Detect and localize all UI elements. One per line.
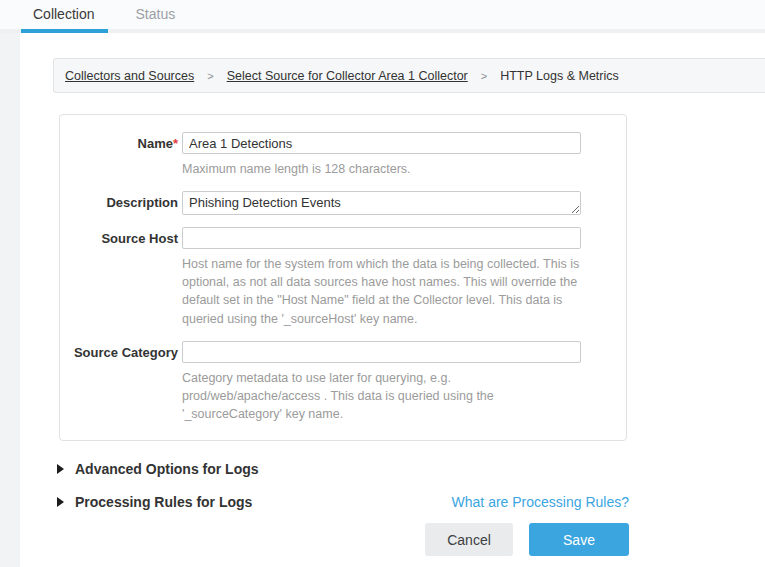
content-panel: Collectors and Sources > Select Source f… xyxy=(20,33,765,567)
source-category-field-row: Source Category xyxy=(60,341,626,363)
tab-status[interactable]: Status xyxy=(135,0,175,29)
tab-collection[interactable]: Collection xyxy=(33,0,94,29)
active-tab-indicator xyxy=(21,29,108,33)
save-button[interactable]: Save xyxy=(529,523,629,556)
advanced-options-title: Advanced Options for Logs xyxy=(75,461,259,477)
processing-rules-expander[interactable]: Processing Rules for Logs xyxy=(57,494,252,510)
caret-right-icon xyxy=(57,464,64,474)
name-input[interactable] xyxy=(182,132,581,154)
breadcrumb: Collectors and Sources > Select Source f… xyxy=(53,58,765,93)
breadcrumb-collectors-and-sources[interactable]: Collectors and Sources xyxy=(65,69,194,83)
source-category-label: Source Category xyxy=(60,341,178,363)
breadcrumb-select-source[interactable]: Select Source for Collector Area 1 Colle… xyxy=(227,69,468,83)
name-help-text: Maximum name length is 128 characters. xyxy=(182,160,582,178)
tab-bar: Collection Status xyxy=(0,0,765,29)
description-field-row: Description Phishing Detection Events xyxy=(60,191,626,215)
description-textarea[interactable]: Phishing Detection Events xyxy=(182,191,581,215)
advanced-options-expander[interactable]: Advanced Options for Logs xyxy=(57,461,259,477)
breadcrumb-separator-icon: > xyxy=(194,70,226,82)
source-host-label: Source Host xyxy=(60,227,178,249)
source-host-input[interactable] xyxy=(182,227,581,249)
name-label: Name* xyxy=(60,132,178,154)
form-actions: Cancel Save xyxy=(20,523,629,556)
description-label: Description xyxy=(60,191,178,215)
source-config-card: Name* Maximum name length is 128 charact… xyxy=(59,114,627,441)
source-category-help-text: Category metadata to use later for query… xyxy=(182,369,582,423)
caret-right-icon xyxy=(57,497,64,507)
cancel-button[interactable]: Cancel xyxy=(425,523,513,556)
source-category-input[interactable] xyxy=(182,341,581,363)
name-field-row: Name* xyxy=(60,132,626,154)
name-label-text: Name xyxy=(138,136,173,151)
source-host-help-text: Host name for the system from which the … xyxy=(182,255,582,328)
required-asterisk: * xyxy=(173,136,178,151)
source-host-field-row: Source Host xyxy=(60,227,626,249)
breadcrumb-separator-icon: > xyxy=(468,70,500,82)
what-are-processing-rules-link[interactable]: What are Processing Rules? xyxy=(452,494,629,510)
advanced-options-section: Advanced Options for Logs xyxy=(57,461,629,477)
breadcrumb-current-page: HTTP Logs & Metrics xyxy=(500,69,619,83)
processing-rules-section: Processing Rules for Logs What are Proce… xyxy=(57,494,629,510)
processing-rules-title: Processing Rules for Logs xyxy=(75,494,252,510)
